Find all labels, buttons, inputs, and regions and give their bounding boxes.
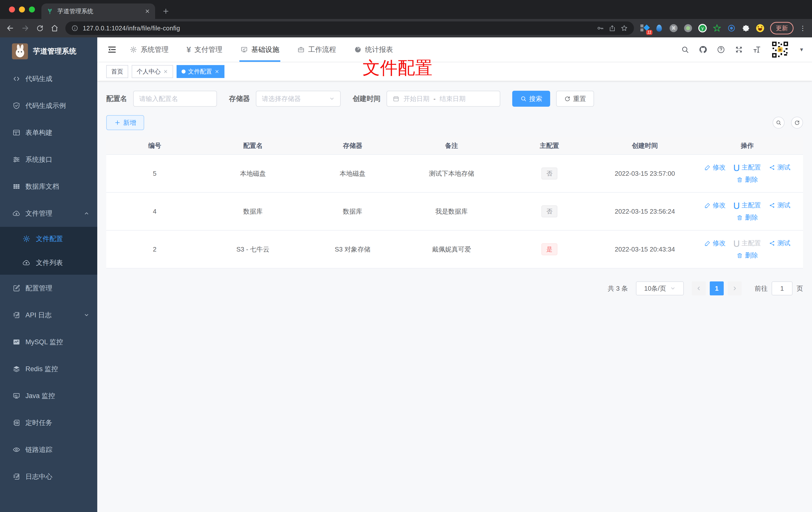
gear-icon [23,235,30,243]
window-controls[interactable] [9,6,35,12]
edit-link[interactable]: 修改 [704,201,726,210]
search-button[interactable]: 搜索 [512,91,550,107]
delete-link[interactable]: 删除 [736,213,758,222]
sidebar-item-code-gen-demo[interactable]: 代码生成示例 [0,92,97,119]
briefcase-icon [297,46,305,53]
config-name-input[interactable] [139,95,211,103]
menu-workflow[interactable]: 工作流程 [297,37,336,62]
sidebar-item-file-config[interactable]: 文件配置 [0,227,97,251]
shield-check-icon [12,102,21,110]
reload-icon[interactable] [36,24,44,32]
test-link[interactable]: 测试 [769,239,790,247]
avatar-dropdown-caret-icon[interactable]: ▼ [799,47,804,53]
close-icon[interactable] [214,69,220,74]
eye-icon [12,446,21,454]
sidebar-item-java-monitor[interactable]: Java 监控 [0,382,97,409]
sidebar-item-scheduled-tasks[interactable]: 定时任务 [0,409,97,436]
form-icon [12,129,21,137]
config-name-input-wrap [133,91,217,107]
recorder-extension-icon[interactable] [684,24,692,32]
sidebar-collapse-icon[interactable] [107,45,117,54]
test-link[interactable]: 测试 [769,201,790,210]
address-bar[interactable]: 127.0.0.1:1024/infra/file/file-config [65,22,634,35]
browser-chrome: 芋道管理系统 127.0.0.1:1024/infra/file/file-co… [0,0,812,37]
sidebar-item-code-gen[interactable]: 代码生成 [0,65,97,92]
edit-link[interactable]: 修改 [704,163,726,172]
fullscreen-icon[interactable] [735,46,743,54]
star-extension-icon[interactable] [713,24,721,32]
trash-icon [736,177,743,183]
new-tab-button[interactable] [162,7,170,15]
master-link[interactable]: ⋃主配置 [734,163,761,172]
add-button[interactable]: 新增 [106,115,144,130]
balloon-extension-icon[interactable] [655,24,663,32]
chevron-right-icon [732,285,738,292]
close-icon[interactable] [163,69,168,74]
chrome-update-button[interactable]: 更新 [770,22,793,34]
sidebar-item-file-list[interactable]: 文件列表 [0,251,97,275]
font-size-icon[interactable] [753,46,761,54]
tag-profile[interactable]: 个人中心 [132,65,173,78]
command-extension-icon[interactable]: ⌘ [669,24,678,32]
tab-manager-extension-icon[interactable]: 11 [640,24,649,32]
dashboard-icon [354,46,361,53]
window-zoom-button[interactable] [29,6,35,12]
menu-infrastructure[interactable]: 基础设施 [240,37,279,62]
refresh-table-button[interactable] [791,117,803,129]
browser-menu-icon[interactable]: ⋮ [800,24,806,32]
back-icon[interactable] [6,24,14,32]
share-upload-icon[interactable] [609,24,616,32]
url-text: 127.0.0.1:1024/infra/file/file-config [83,25,592,32]
delete-link[interactable]: 删除 [736,175,758,184]
sidebar-item-form-builder[interactable]: 表单构建 [0,119,97,146]
avatar[interactable] [771,40,789,59]
help-icon[interactable] [717,46,725,54]
forward-icon[interactable] [21,24,29,32]
cloud-upload-icon [23,259,30,267]
toggle-search-button[interactable] [773,117,785,129]
sidebar-item-config-management[interactable]: 配置管理 [0,275,97,302]
y-extension-icon[interactable]: y [698,24,707,32]
window-close-button[interactable] [9,6,15,12]
sidebar-item-mysql-monitor[interactable]: MySQL 监控 [0,329,97,356]
next-page-button[interactable] [728,281,742,295]
monitor-icon [12,392,21,400]
goto-page-input[interactable] [772,281,792,295]
emoji-extension-icon[interactable] [756,24,764,32]
master-link[interactable]: ⋃主配置 [734,201,761,210]
date-range-picker[interactable]: 开始日期 - 结束日期 [386,91,500,107]
bookmark-star-icon[interactable] [620,24,628,32]
sidebar-item-trace[interactable]: 链路追踪 [0,436,97,463]
storage-select[interactable]: 请选择存储器 [256,91,341,107]
col-actions: 操作 [692,137,803,155]
github-icon[interactable] [699,46,707,54]
page-number-active[interactable]: 1 [710,281,724,295]
site-info-icon[interactable] [71,25,78,32]
menu-system-management[interactable]: 系统管理 [130,37,169,62]
puzzle-extensions-icon[interactable] [742,24,750,32]
sidebar-item-file-management[interactable]: 文件管理 [0,200,97,227]
sidebar-item-system-api[interactable]: 系统接口 [0,146,97,173]
browser-tab[interactable]: 芋道管理系统 [41,3,155,19]
home-icon[interactable] [50,24,59,32]
end-date-placeholder: 结束日期 [440,94,466,103]
delete-link[interactable]: 删除 [736,251,758,260]
edit-link[interactable]: 修改 [704,239,726,247]
menu-payment-management[interactable]: ¥ 支付管理 [186,37,223,62]
sidebar-item-redis-monitor[interactable]: Redis 监控 [0,356,97,382]
search-icon[interactable] [681,46,689,54]
test-link[interactable]: 测试 [769,163,790,172]
page-size-select[interactable]: 10条/页 [636,281,684,295]
tag-home[interactable]: 首页 [106,65,128,78]
sidebar-item-db-doc[interactable]: 数据库文档 [0,173,97,200]
sidebar-item-api-log[interactable]: API 日志 [0,302,97,329]
reset-button[interactable]: 重置 [556,91,594,107]
tab-close-icon[interactable] [145,8,150,14]
eye-extension-icon[interactable] [727,24,736,32]
prev-page-button[interactable] [692,281,706,295]
sidebar-item-log-center[interactable]: 日志中心 [0,463,97,490]
password-key-icon[interactable] [597,24,604,32]
filter-bar: 配置名 存储器 请选择存储器 创建时间 开 [106,91,803,107]
tag-file-config[interactable]: 文件配置 [177,65,225,78]
window-minimize-button[interactable] [19,6,25,12]
